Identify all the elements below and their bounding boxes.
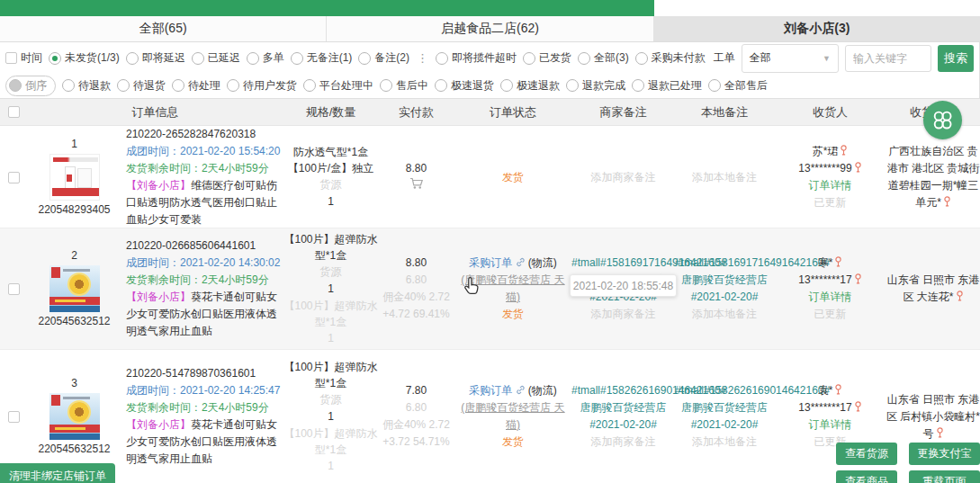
- change-alipay-button[interactable]: 更换支付宝: [909, 443, 980, 465]
- product-title[interactable]: 【刘备小店】葵花卡通创可贴女少女可爱防水创口贴医用液体透明透气家用止血贴: [126, 289, 283, 340]
- search-button[interactable]: 搜索: [938, 45, 974, 72]
- reload-page-button[interactable]: 重载页面: [909, 470, 980, 483]
- quick-menu-button[interactable]: [923, 101, 962, 139]
- select-all-checkbox[interactable]: [8, 106, 20, 118]
- radio-icon[interactable]: [500, 79, 513, 92]
- tab-liubei-shop[interactable]: 刘备小店(3): [654, 16, 980, 41]
- radio-icon[interactable]: [578, 52, 590, 65]
- filter-to-handle[interactable]: 待处理: [172, 78, 220, 94]
- add-merchant-note[interactable]: 添加商家备注: [571, 306, 675, 323]
- filter-fast-refund[interactable]: 极速退款: [500, 78, 560, 94]
- location-pin-icon[interactable]: [956, 291, 964, 301]
- cart-icon[interactable]: [378, 177, 454, 195]
- radio-icon[interactable]: [708, 79, 721, 92]
- radio-icon[interactable]: [172, 79, 184, 92]
- filter-shipped[interactable]: 已发货: [523, 50, 571, 66]
- header-paid: 实付款: [378, 104, 454, 121]
- reverse-order-toggle[interactable]: 倒序: [5, 76, 56, 96]
- product-image[interactable]: [49, 265, 100, 312]
- radio-icon[interactable]: [227, 79, 239, 92]
- filter-pickup-timeout[interactable]: 即将揽件超时: [436, 50, 517, 66]
- product-title[interactable]: 【刘备小店】维德医疗创可贴伤口贴透明防水透气医用创口贴止血贴少女可爱装: [126, 177, 283, 228]
- filter-refund-pending[interactable]: 待退款: [62, 78, 111, 94]
- filter-refund-done[interactable]: 退款完成: [566, 78, 625, 94]
- local-note-text[interactable]: #tmall#1581691716491642160#唐鹏骏百货经营店#2021…: [675, 255, 774, 306]
- local-note-text[interactable]: #tmall#1582626169014642160#唐鹏骏百货经营店#2021…: [675, 382, 774, 434]
- tab-all-shops[interactable]: 全部(65): [0, 16, 327, 41]
- radio-icon[interactable]: [523, 52, 535, 65]
- checkbox-icon[interactable]: [5, 52, 17, 64]
- add-merchant-note[interactable]: 添加商家备注: [591, 171, 656, 183]
- filter-soon-delayed[interactable]: 即将延迟: [126, 50, 185, 66]
- location-pin-icon[interactable]: [834, 256, 842, 267]
- filter-multi-order[interactable]: 多单: [247, 50, 284, 66]
- radio-icon[interactable]: [303, 79, 316, 92]
- product-title[interactable]: 【刘备小店】葵花卡通创可贴女少女可爱防水创口贴医用液体透明透气家用止血贴: [126, 416, 283, 468]
- view-source-button[interactable]: 查看货源: [836, 443, 897, 465]
- add-local-note[interactable]: 添加本地备注: [675, 306, 774, 323]
- logistics-label[interactable]: (物流): [528, 384, 557, 397]
- radio-icon[interactable]: [9, 79, 22, 92]
- filter-purchase-unpaid[interactable]: 采购未付款: [635, 50, 706, 66]
- location-pin-icon[interactable]: [943, 196, 951, 207]
- shop-select[interactable]: 全部 ▼: [742, 44, 839, 73]
- purchase-order-link[interactable]: 采购订单: [469, 256, 512, 269]
- add-merchant-note[interactable]: 添加商家备注: [571, 434, 675, 451]
- radio-icon[interactable]: [566, 79, 579, 92]
- more-options-icon[interactable]: ⋮: [416, 51, 429, 65]
- merchant-note-text[interactable]: #tmall#1582626169014642160#唐鹏骏百货经营店#2021…: [571, 382, 675, 434]
- location-pin-icon[interactable]: [854, 273, 862, 284]
- radio-icon[interactable]: [62, 79, 75, 92]
- radio-icon[interactable]: [435, 79, 447, 92]
- filter-refund-handled[interactable]: 退款已处理: [632, 78, 702, 94]
- location-pin-icon[interactable]: [834, 384, 842, 395]
- filter-noted[interactable]: 备注(2): [358, 50, 409, 66]
- tab-qiyue-shop2[interactable]: 启越食品二店(62): [327, 16, 653, 41]
- radio-icon[interactable]: [380, 79, 392, 92]
- supplier-shop-link[interactable]: (唐鹏骏百货经营店 天猫): [454, 399, 571, 434]
- keyword-input[interactable]: [845, 45, 931, 72]
- filter-not-shipped[interactable]: 未发货(1/3): [49, 50, 120, 66]
- location-pin-icon[interactable]: [936, 427, 944, 438]
- product-image[interactable]: [49, 154, 100, 201]
- radio-icon[interactable]: [49, 52, 61, 65]
- location-pin-icon[interactable]: [840, 145, 848, 156]
- filter-all-aftersale[interactable]: 全部售后: [708, 78, 768, 94]
- location-pin-icon[interactable]: [854, 162, 862, 173]
- link-icon[interactable]: [516, 385, 526, 395]
- radio-icon[interactable]: [436, 52, 448, 65]
- filter-wait-user-ship[interactable]: 待用户发货: [227, 78, 297, 94]
- radio-icon[interactable]: [358, 52, 371, 65]
- filter-all-orders[interactable]: 全部(3): [578, 50, 629, 66]
- filter-no-note[interactable]: 无备注(1): [291, 50, 353, 66]
- filter-platform-processing[interactable]: 平台处理中: [303, 78, 373, 94]
- filter-delayed[interactable]: 已延迟: [192, 50, 240, 66]
- clean-unbound-orders-button[interactable]: 清理非绑定店铺订单: [0, 463, 115, 483]
- view-product-button[interactable]: 查看商品: [836, 470, 897, 483]
- row-checkbox[interactable]: [8, 283, 20, 295]
- supplier-shop-link[interactable]: (唐鹏骏百货经营店 天猫): [454, 272, 571, 306]
- purchase-order-link[interactable]: 采购订单: [469, 384, 512, 397]
- radio-icon[interactable]: [192, 52, 204, 65]
- radio-icon[interactable]: [632, 79, 644, 92]
- order-detail-link[interactable]: 订单详情: [774, 416, 886, 434]
- location-pin-icon[interactable]: [854, 401, 862, 412]
- radio-icon[interactable]: [117, 79, 130, 92]
- radio-icon[interactable]: [126, 52, 139, 65]
- product-image[interactable]: [49, 393, 100, 440]
- link-icon[interactable]: [516, 257, 526, 267]
- radio-icon[interactable]: [247, 52, 259, 65]
- logistics-label[interactable]: (物流): [528, 256, 557, 269]
- filter-time-checkbox[interactable]: 时间: [5, 50, 42, 66]
- row-checkbox[interactable]: [8, 411, 20, 423]
- filter-aftersale-in[interactable]: 售后中: [380, 78, 428, 94]
- order-detail-link[interactable]: 订单详情: [774, 177, 886, 194]
- radio-icon[interactable]: [291, 52, 303, 65]
- filter-return-pending[interactable]: 待退货: [117, 78, 166, 94]
- add-local-note[interactable]: 添加本地备注: [692, 171, 757, 183]
- row-checkbox[interactable]: [8, 172, 20, 183]
- add-local-note[interactable]: 添加本地备注: [675, 434, 774, 451]
- filter-fast-return[interactable]: 极速退货: [435, 78, 494, 94]
- order-detail-link[interactable]: 订单详情: [774, 289, 886, 306]
- radio-icon[interactable]: [635, 52, 648, 65]
